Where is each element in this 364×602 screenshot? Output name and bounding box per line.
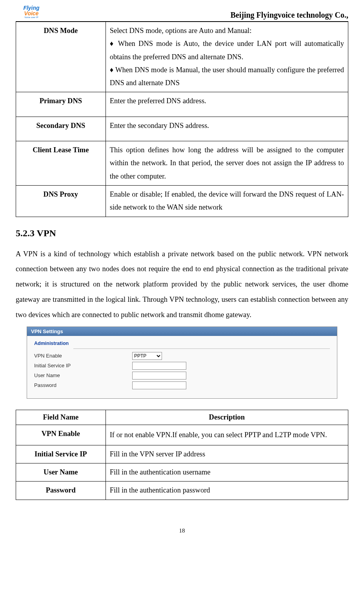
table-row: DNS Proxy Enable or disable; If enabled,… <box>16 185 348 217</box>
field-description: Fill in the authentication password <box>106 482 348 500</box>
company-name: Beijing Flyingvoice technology Co., <box>230 11 348 20</box>
logo-subtitle: Voice over IP <box>24 16 38 18</box>
divider <box>73 348 330 349</box>
table-row: Client Lease Time This option defines ho… <box>16 141 348 186</box>
field-label: DNS Proxy <box>16 185 106 217</box>
field-label: Primary DNS <box>16 92 106 117</box>
field-description: Fill in the authentication username <box>106 463 348 481</box>
password-input[interactable] <box>132 381 186 389</box>
page-header: Flying Voice Voice over IP Beijing Flyin… <box>16 4 348 22</box>
table-row: User Name Fill in the authentication use… <box>16 463 348 481</box>
field-description: If or not enable VPN.If enable, you can … <box>106 425 348 445</box>
field-label: User Name <box>16 463 106 481</box>
field-label: VPN Enable <box>16 425 106 445</box>
field-description: Enter the secondary DNS address. <box>106 117 348 141</box>
initial-service-ip-label: Initial Service IP <box>34 363 132 368</box>
form-row: VPN Enable PPTP <box>34 352 330 360</box>
section-paragraph: A VPN is a kind of technology which esta… <box>16 246 348 323</box>
column-header: Description <box>106 410 348 425</box>
table-row: Secondary DNS Enter the secondary DNS ad… <box>16 117 348 141</box>
screenshot-titlebar: VPN Settings <box>27 327 337 336</box>
dns-settings-table: DNS Mode Select DNS mode, options are Au… <box>16 22 348 217</box>
field-description: Enter the preferred DNS address. <box>106 92 348 117</box>
field-label: Secondary DNS <box>16 117 106 141</box>
section-heading: 5.2.3 VPN <box>16 228 348 239</box>
form-row: User Name <box>34 372 330 379</box>
initial-service-ip-input[interactable] <box>132 362 186 370</box>
vpn-settings-screenshot: VPN Settings Administration VPN Enable P… <box>27 327 337 399</box>
form-row: Password <box>34 381 330 389</box>
field-description: Enable or disable; If enabled, the devic… <box>106 185 348 217</box>
vpn-fields-table: Field Name Description VPN Enable If or … <box>16 410 348 500</box>
username-label: User Name <box>34 372 132 378</box>
logo: Flying Voice Voice over IP <box>16 4 47 20</box>
vpn-enable-select[interactable]: PPTP <box>132 352 162 360</box>
field-description: Fill in the VPN server IP address <box>106 445 348 463</box>
logo-text-top: Flying <box>23 5 39 11</box>
table-row: Primary DNS Enter the preferred DNS addr… <box>16 92 348 117</box>
field-label: Password <box>16 482 106 500</box>
username-input[interactable] <box>132 372 186 379</box>
password-label: Password <box>34 382 132 388</box>
field-label: Initial Service IP <box>16 445 106 463</box>
table-row: Password Fill in the authentication pass… <box>16 482 348 500</box>
table-row: Initial Service IP Fill in the VPN serve… <box>16 445 348 463</box>
column-header: Field Name <box>16 410 106 425</box>
field-description: This option defines how long the address… <box>106 141 348 186</box>
form-row: Initial Service IP <box>34 362 330 370</box>
vpn-enable-label: VPN Enable <box>34 353 132 359</box>
logo-text-bottom: Voice <box>24 11 39 16</box>
table-row: VPN Enable If or not enable VPN.If enabl… <box>16 425 348 445</box>
field-description: Select DNS mode, options are Auto and Ma… <box>106 22 348 92</box>
page-number: 18 <box>16 527 348 534</box>
table-header-row: Field Name Description <box>16 410 348 425</box>
field-label: Client Lease Time <box>16 141 106 186</box>
table-row: DNS Mode Select DNS mode, options are Au… <box>16 22 348 92</box>
field-label: DNS Mode <box>16 22 106 92</box>
fieldset-label: Administration <box>34 341 330 346</box>
